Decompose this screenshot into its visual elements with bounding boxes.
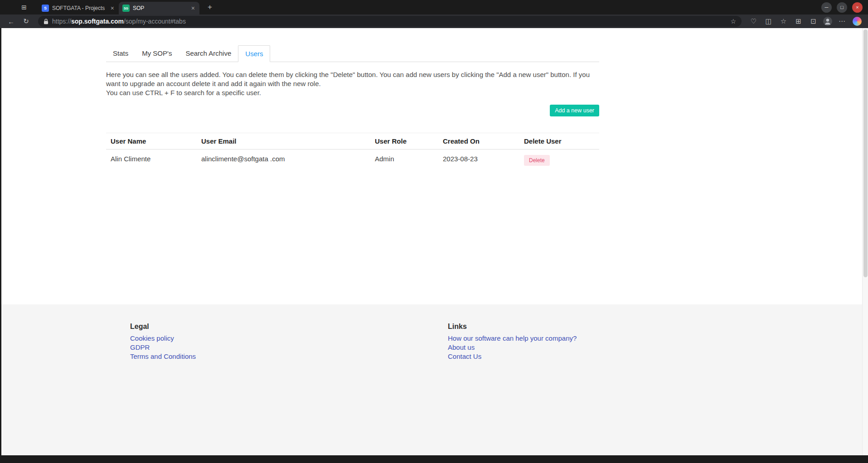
back-button[interactable]: ← <box>5 15 18 27</box>
cell-user-email: alinclimente@softgata .com <box>197 150 370 171</box>
column-header-created-on: Created On <box>438 133 519 149</box>
favorites-star-icon: ☆ <box>781 17 786 25</box>
link-cookies-policy[interactable]: Cookies policy <box>130 334 448 343</box>
cell-delete-user: Delete <box>519 150 599 171</box>
tab-users[interactable]: Users <box>238 45 270 62</box>
link-terms-and-conditions[interactable]: Terms and Conditions <box>130 352 448 361</box>
column-header-user-role: User Role <box>370 133 438 149</box>
table-row: Alin Climente alinclimente@softgata .com… <box>106 150 599 171</box>
cell-user-role: Admin <box>370 150 438 171</box>
delete-user-button[interactable]: Delete <box>524 155 550 166</box>
browser-window: ⊞ S SOFTGATA - Projects × SG SOP × + ─ □… <box>0 0 868 28</box>
tab-search-archive[interactable]: Search Archive <box>179 45 238 62</box>
collections-button[interactable]: ⊞ <box>792 15 805 27</box>
add-user-row: Add a new user <box>106 105 599 116</box>
browser-essentials-icon: ♡ <box>751 17 756 25</box>
window-controls: ─ □ × <box>821 2 863 13</box>
close-icon: × <box>856 5 858 10</box>
tab-actions-menu-button[interactable]: ⊞ <box>18 2 30 13</box>
url-domain: sop.softgata.com <box>71 18 124 25</box>
lock-icon[interactable] <box>44 19 48 24</box>
refresh-button[interactable]: ↻ <box>19 15 33 27</box>
copilot-icon <box>853 17 862 26</box>
users-table-header: User Name User Email User Role Created O… <box>106 133 599 150</box>
maximize-button[interactable]: □ <box>837 2 847 13</box>
back-arrow-icon: ← <box>8 18 15 25</box>
link-about-us[interactable]: About us <box>448 343 577 352</box>
close-tab-icon[interactable]: × <box>190 5 196 12</box>
link-gdpr[interactable]: GDPR <box>130 343 448 352</box>
favorites-button[interactable]: ☆ <box>777 15 790 27</box>
url-path: /sop/my-account#tabs <box>124 18 186 25</box>
refresh-icon: ↻ <box>23 17 29 25</box>
collections-icon: ⊞ <box>795 17 801 25</box>
new-tab-button[interactable]: + <box>204 1 216 13</box>
tab-actions-icon: ⊞ <box>21 4 27 11</box>
cell-created-on: 2023-08-23 <box>438 150 519 171</box>
tab-my-sops[interactable]: My SOP's <box>135 45 179 62</box>
sop-favicon: SG <box>122 5 130 12</box>
softgata-favicon: S <box>42 5 49 12</box>
browser-toolbar: ← ↻ https://sop.softgata.com/sop/my-acco… <box>0 14 868 28</box>
copilot-button[interactable] <box>850 15 863 27</box>
tab-stats[interactable]: Stats <box>106 45 135 62</box>
page-url: https://sop.softgata.com/sop/my-account#… <box>52 18 186 25</box>
close-tab-icon[interactable]: × <box>110 5 115 12</box>
link-how-our-software-can-help[interactable]: How our software can help your company? <box>448 334 577 343</box>
footer-links-title: Links <box>448 323 577 331</box>
profile-button[interactable] <box>822 15 834 27</box>
plus-icon: + <box>208 3 212 12</box>
column-header-delete-user: Delete User <box>519 133 599 149</box>
split-screen-button[interactable]: ◫ <box>762 15 775 27</box>
users-table: User Name User Email User Role Created O… <box>106 133 599 171</box>
browser-tab-title: SOP <box>133 5 187 11</box>
browser-tab-strip: ⊞ S SOFTGATA - Projects × SG SOP × + ─ □… <box>0 0 868 14</box>
maximize-icon: □ <box>840 5 844 10</box>
settings-menu-button[interactable]: ⋯ <box>835 15 849 27</box>
minimize-button[interactable]: ─ <box>821 2 832 13</box>
profile-avatar-icon <box>823 16 833 26</box>
column-header-user-email: User Email <box>197 133 370 149</box>
users-section: Stats My SOP's Search Archive Users Here… <box>1 28 868 304</box>
browser-tab-sop[interactable]: SG SOP × <box>119 2 199 14</box>
extensions-button[interactable]: ⊡ <box>807 15 820 27</box>
browser-tab-title: SOFTGATA - Projects <box>52 5 107 11</box>
cell-user-name: Alin Climente <box>106 150 197 171</box>
page-viewport: Stats My SOP's Search Archive Users Here… <box>1 28 868 455</box>
page-scrollbar[interactable] <box>862 28 868 455</box>
url-scheme: https:// <box>52 18 71 25</box>
minimize-icon: ─ <box>825 5 829 10</box>
account-tabs: Stats My SOP's Search Archive Users <box>106 45 599 62</box>
add-favorite-star-icon[interactable]: ☆ <box>730 18 736 25</box>
footer-legal-column: Legal Cookies policy GDPR Terms and Cond… <box>130 323 448 455</box>
column-header-user-name: User Name <box>106 133 197 149</box>
extensions-puzzle-icon: ⊡ <box>810 17 816 25</box>
users-search-hint: You can use CTRL + F to search for a spe… <box>106 88 599 97</box>
page-footer: Legal Cookies policy GDPR Terms and Cond… <box>1 304 868 455</box>
footer-legal-title: Legal <box>130 323 448 331</box>
browser-tab-softgata-projects[interactable]: S SOFTGATA - Projects × <box>38 2 119 14</box>
ellipsis-icon: ⋯ <box>839 17 845 25</box>
address-bar[interactable]: https://sop.softgata.com/sop/my-account#… <box>38 16 742 27</box>
scrollbar-thumb[interactable] <box>863 29 868 277</box>
split-screen-icon: ◫ <box>765 17 771 25</box>
add-new-user-button[interactable]: Add a new user <box>550 105 599 116</box>
browser-essentials-button[interactable]: ♡ <box>747 15 760 27</box>
users-description: Here you can see all the users added. Yo… <box>106 70 599 88</box>
close-window-button[interactable]: × <box>852 2 863 13</box>
footer-links-column: Links How our software can help your com… <box>448 323 577 455</box>
link-contact-us[interactable]: Contact Us <box>448 352 577 361</box>
